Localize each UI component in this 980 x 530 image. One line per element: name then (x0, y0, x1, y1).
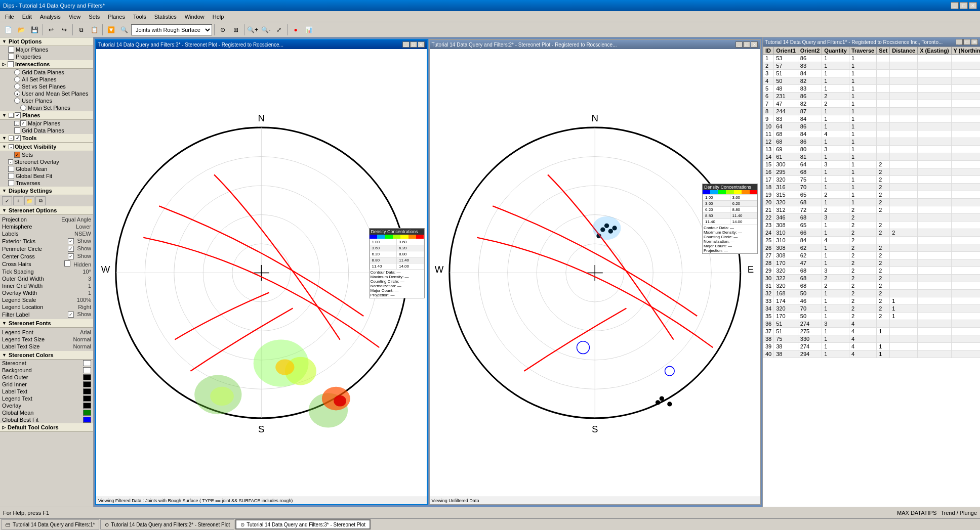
set-vs-set-planes-radio[interactable] (14, 83, 20, 90)
color-box-7[interactable] (83, 410, 91, 416)
save-button[interactable]: 💾 (28, 24, 40, 36)
open-button[interactable]: 📂 (15, 24, 27, 36)
obj-expand-icon[interactable]: - (9, 144, 14, 149)
color-btn[interactable]: ● (290, 24, 302, 36)
win-minimize-2[interactable]: _ (736, 41, 743, 48)
table-row[interactable]: 21312722220.4 (763, 206, 981, 214)
tools-checkbox[interactable] (15, 135, 21, 141)
maximize-button[interactable]: □ (960, 2, 968, 9)
menu-analysis[interactable]: Analysis (37, 13, 64, 21)
set-vs-set-planes-item[interactable]: Set vs Set Planes (0, 83, 93, 90)
table-row[interactable]: 106486111.5 (763, 123, 981, 130)
stereonet-content-2[interactable]: N S W E (430, 49, 760, 497)
table-row[interactable]: 29320683220.25 (763, 267, 981, 275)
sets-item[interactable]: Sets (0, 151, 93, 158)
menu-view[interactable]: View (66, 13, 84, 21)
obj-visibility-header[interactable]: ▼ - Object Visibility (0, 143, 93, 151)
table-row[interactable]: 2234668321 (763, 214, 981, 222)
table-row[interactable]: 54883113 (763, 85, 981, 93)
close-button[interactable]: ✕ (969, 2, 977, 9)
menu-file[interactable]: File (2, 13, 17, 21)
stereonet-overlay-expand[interactable]: - (8, 159, 13, 164)
major-planes-item[interactable]: Major Planes (0, 46, 93, 53)
win-buttons-2[interactable]: _ □ ✕ (736, 41, 758, 48)
table-row[interactable]: 343207012212 (763, 305, 981, 313)
table-row[interactable]: 136980311.5 (763, 146, 981, 153)
display-add-btn[interactable]: + (13, 196, 23, 205)
win-restore-1[interactable]: □ (410, 41, 417, 48)
filter-button[interactable]: 🔽 (105, 24, 117, 36)
table-row[interactable]: 98384110.75 (763, 115, 981, 123)
color-box-1[interactable] (83, 367, 91, 373)
grid-data-planes-item[interactable]: Grid Data Planes (0, 69, 93, 76)
copy-button[interactable]: ⧉ (75, 24, 87, 36)
color-box-5[interactable] (83, 395, 91, 402)
undo-button[interactable]: ↩ (45, 24, 57, 36)
table-row[interactable]: 45082111 (763, 77, 981, 85)
menu-sets[interactable]: Sets (86, 13, 103, 21)
table-row[interactable]: 3875330145 (763, 335, 981, 343)
menu-help[interactable]: Help (210, 13, 227, 21)
menu-edit[interactable]: Edit (19, 13, 35, 21)
col-header-7[interactable]: X (Easting) (918, 47, 951, 55)
data-table-container[interactable]: IDOrient1Orient2QuantityTraverseSetDista… (763, 47, 980, 507)
table-close[interactable]: ✕ (971, 39, 978, 45)
fit-btn[interactable]: ⤢ (273, 24, 285, 36)
exterior-ticks-checkbox[interactable] (68, 238, 74, 244)
all-set-planes-item[interactable]: All Set Planes (0, 76, 93, 83)
color-box-3[interactable] (83, 381, 91, 387)
zoom-out-btn[interactable]: 🔍- (260, 24, 272, 36)
table-row[interactable]: 18316701121 (763, 184, 981, 191)
table-row[interactable]: 25783111 (763, 62, 981, 70)
table-row[interactable]: 23308651221 (763, 222, 981, 229)
density-btn[interactable]: 📊 (303, 24, 315, 36)
mean-set-planes-item[interactable]: Mean Set Planes (0, 104, 93, 111)
taskbar-item-2[interactable]: ⊙ Tutorial 14 Data Query and Filters:2* … (100, 519, 234, 529)
menu-window[interactable]: Window (182, 13, 208, 21)
zoom-in-btn[interactable]: 🔍+ (247, 24, 259, 36)
new-button[interactable]: 📄 (2, 24, 14, 36)
global-best-fit-item[interactable]: Global Best Fit (0, 172, 93, 180)
display-settings-header[interactable]: ▼ Display Settings (0, 187, 93, 195)
win-buttons-1[interactable]: _ □ ✕ (402, 41, 425, 48)
display-check-btn[interactable]: ✓ (2, 196, 12, 205)
color-box-0[interactable] (83, 360, 91, 366)
global-best-fit-checkbox[interactable] (8, 173, 14, 179)
table-row[interactable]: 26308621221 (763, 244, 981, 252)
table-row[interactable]: 15386112 (763, 55, 981, 62)
stereonet-btn[interactable]: ⊙ (217, 24, 229, 36)
table-row[interactable]: 2531084420.3 (763, 237, 981, 244)
properties-item[interactable]: Properties (0, 53, 93, 60)
filter-dropdown[interactable]: Joints with Rough Surface (131, 24, 212, 35)
tools-expand-icon[interactable]: - (9, 136, 14, 141)
intersections-checkbox[interactable] (8, 61, 14, 67)
table-row[interactable]: 30322682220.3 (763, 275, 981, 282)
col-header-6[interactable]: Distance (890, 47, 918, 55)
center-cross-checkbox[interactable] (68, 253, 74, 259)
table-row[interactable]: 824487110.3 (763, 108, 981, 115)
paste-button[interactable]: 📋 (88, 24, 100, 36)
menu-statistics[interactable]: Statistics (151, 13, 180, 21)
mean-set-planes-radio[interactable] (20, 105, 26, 111)
win-close-2[interactable]: ✕ (751, 41, 758, 48)
table-row[interactable]: 32168501225 (763, 290, 981, 297)
traverses-checkbox[interactable] (8, 180, 14, 186)
global-mean-item[interactable]: Global Mean (0, 165, 93, 172)
traverses-item[interactable]: Traverses (0, 180, 93, 187)
planes-expand-icon[interactable]: - (9, 113, 14, 118)
col-header-4[interactable]: Traverse (849, 47, 876, 55)
grid-data-planes-radio[interactable] (14, 69, 20, 75)
plot-options-header[interactable]: ▼ Plot Options (0, 37, 93, 46)
title-bar-buttons[interactable]: _ □ ✕ (951, 2, 977, 9)
default-tool-colors-header[interactable]: ▷ Default Tool Colors (0, 423, 93, 432)
all-set-planes-radio[interactable] (14, 76, 20, 82)
table-minimize[interactable]: _ (956, 39, 963, 45)
major-planes-expand[interactable]: - (14, 121, 19, 126)
grid-btn[interactable]: ⊞ (230, 24, 242, 36)
win-restore-2[interactable]: □ (743, 41, 750, 48)
taskbar-item-1[interactable]: 🗃 Tutorial 14 Data Query and Filters:1* (1, 519, 99, 529)
color-box-8[interactable] (83, 417, 91, 423)
stereonet-fonts-header[interactable]: ▼ Stereonet Fonts (0, 319, 93, 328)
table-row[interactable]: 623186210.5 (763, 93, 981, 100)
table-row[interactable]: 116884411 (763, 130, 981, 138)
